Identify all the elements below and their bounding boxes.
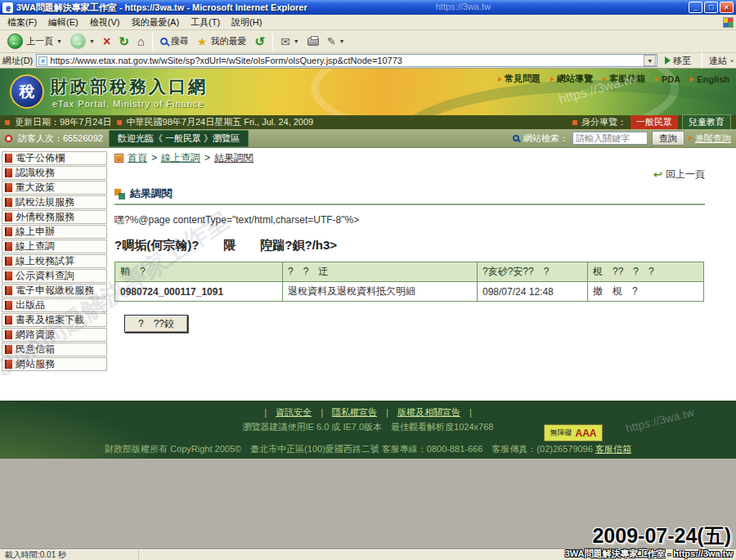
back-dropdown-icon[interactable]: ▼ xyxy=(56,38,62,44)
etax-logo-icon[interactable]: 稅 xyxy=(10,74,44,109)
advanced-search-link[interactable]: 進階查詢 xyxy=(689,132,731,145)
sidebar-item-foreigner-tax[interactable]: 外僑稅務服務 xyxy=(2,210,107,224)
red-book-icon xyxy=(5,168,12,177)
breadcrumb-home[interactable]: 首頁 xyxy=(128,151,147,165)
page-icon: e xyxy=(38,56,47,65)
site-subtitle: eTax Portal, Ministry of Finance xyxy=(52,99,208,109)
edit-dropdown-icon[interactable]: ▼ xyxy=(339,38,345,44)
sidebar-item-online-query[interactable]: 線上查調 xyxy=(2,240,107,253)
home-icon: ⌂ xyxy=(137,35,145,47)
minimize-button[interactable]: _ xyxy=(689,2,702,13)
windows-logo-icon xyxy=(723,17,734,28)
footer-contact-link[interactable]: 客服信箱 xyxy=(595,444,631,454)
ie-logo-icon: e xyxy=(2,2,13,13)
page-body: 電子公佈欄 認識稅務 重大政策 賦稅法規服務 外僑稅務服務 線上申辦 線上查調 … xyxy=(0,148,736,401)
search-icon xyxy=(160,38,168,45)
menu-bar: 檔案(F) 編輯(E) 檢視(V) 我的最愛(A) 工具(T) 說明(H) xyxy=(0,15,736,30)
address-input[interactable] xyxy=(50,55,641,66)
back-button[interactable]: ← 上一頁 ▼ xyxy=(3,32,66,51)
maximize-button[interactable]: □ xyxy=(704,2,718,13)
accessibility-label: 無障礙 xyxy=(550,428,572,438)
window-title: 3WA問題解決專家工作室 - https://3wa.tw - Microsof… xyxy=(16,2,689,14)
links-label[interactable]: 連結 xyxy=(709,55,727,67)
footer-link-copyright-policy[interactable]: 版權及相關宣告 xyxy=(397,407,460,417)
cell-query-id[interactable]: 0980724_000117_1091 xyxy=(115,282,283,302)
sidebar-item-mailbox[interactable]: 民意信箱 xyxy=(2,343,107,356)
sidebar-item-web-resources[interactable]: 網路資源 xyxy=(2,328,107,342)
print-button[interactable] xyxy=(303,36,323,47)
address-separator xyxy=(702,52,702,69)
link-sitemap-label: 網站導覽 xyxy=(557,73,593,85)
link-sitemap[interactable]: 網站導覽 xyxy=(550,73,593,85)
footer-link-security[interactable]: 資訊安全 xyxy=(276,407,312,417)
sidebar-item-tax-law[interactable]: 賦稅法規服務 xyxy=(2,195,107,209)
site-search-input[interactable] xyxy=(572,132,648,145)
sidebar-item-tax-trial[interactable]: 線上稅務試算 xyxy=(2,254,107,268)
red-book-icon xyxy=(5,286,12,295)
menu-help[interactable]: 說明(H) xyxy=(226,15,267,30)
site-search-button[interactable]: 查詢 xyxy=(652,131,684,146)
search-button[interactable]: 搜尋 xyxy=(156,34,193,49)
link-pda[interactable]: PDA xyxy=(655,73,680,85)
link-english[interactable]: English xyxy=(690,73,729,85)
favorites-button[interactable]: ★ 我的最愛 xyxy=(193,34,251,49)
sidebar-item-publications[interactable]: 出版品 xyxy=(2,298,107,312)
banner-quick-links: 常見問題 網站導覽 客服信箱 PDA English xyxy=(498,73,729,85)
accessibility-badge[interactable]: 無障礙 AAA xyxy=(544,424,603,441)
menu-view[interactable]: 檢視(V) xyxy=(84,15,126,30)
edit-button[interactable]: ✎ ▼ xyxy=(323,34,349,48)
history-button[interactable]: ↺ xyxy=(250,34,269,49)
close-button[interactable]: × xyxy=(720,2,734,13)
links-chevron-icon[interactable]: » xyxy=(730,58,734,64)
visitor-count: 訪客人次：65526092 xyxy=(18,132,103,145)
sidebar-item-e-filing[interactable]: 電子申報繳稅服務 xyxy=(2,284,107,298)
mail-button[interactable]: ✉ ▼ xyxy=(276,34,303,49)
identity-general-public[interactable]: 一般民眾 xyxy=(631,115,678,129)
sidebar-item-online-apply[interactable]: 線上申辦 xyxy=(2,225,107,239)
sidebar-item-label: 賦稅法規服務 xyxy=(16,195,74,209)
menu-favorites[interactable]: 我的最愛(A) xyxy=(125,15,185,30)
title-bar[interactable]: e 3WA問題解決專家工作室 - https://3wa.tw - Micros… xyxy=(0,0,736,15)
stop-button[interactable]: × xyxy=(99,34,114,50)
sidebar-item-major-policy[interactable]: 重大政策 xyxy=(2,181,107,195)
arrow-bullet-icon xyxy=(690,77,694,82)
section-header: 結果調閱 xyxy=(114,186,705,205)
result-table: 鞘 ? ? ? 迂 ?亥砂?安?? ? 梘 ?? ? ? 0980724_000… xyxy=(114,262,704,302)
action-button[interactable]: ? ??鉸 xyxy=(124,315,188,333)
link-contact[interactable]: 客服信箱 xyxy=(603,73,645,85)
back-to-previous-label: 回上一頁 xyxy=(666,168,705,181)
link-faq[interactable]: 常見問題 xyxy=(498,73,541,85)
advanced-search-label: 進階查詢 xyxy=(695,132,731,145)
footer-link-privacy[interactable]: 隱私權宣告 xyxy=(332,407,377,417)
arrow-bullet-icon xyxy=(603,77,607,82)
forward-dropdown-icon[interactable]: ▼ xyxy=(89,38,95,44)
red-book-icon xyxy=(5,345,12,354)
site-title: 財政部稅務入口網 xyxy=(51,75,208,98)
status-load-time: 載入時間:0.01 秒 xyxy=(0,550,139,560)
sidebar-item-label: 線上查調 xyxy=(16,240,55,253)
sidebar-item-downloads[interactable]: 書表及檔案下載 xyxy=(2,313,107,327)
refresh-icon: ↻ xyxy=(119,35,129,47)
sidebar-item-e-bulletin[interactable]: 電子公佈欄 xyxy=(2,151,107,165)
forward-button[interactable]: → ▼ xyxy=(66,32,99,51)
address-dropdown-button[interactable]: ▼ xyxy=(644,55,656,66)
target-bullet-icon xyxy=(5,135,12,142)
menu-tools[interactable]: 工具(T) xyxy=(185,15,226,30)
menu-edit[interactable]: 編輯(E) xyxy=(43,15,84,30)
breadcrumb-online-query[interactable]: 線上查調 xyxy=(161,151,200,165)
mail-dropdown-icon[interactable]: ▼ xyxy=(294,38,299,44)
red-book-icon xyxy=(5,242,12,251)
banner-titles: 財政部稅務入口網 eTax Portal, Ministry of Financ… xyxy=(51,75,208,109)
menu-file[interactable]: 檔案(F) xyxy=(2,15,43,30)
sidebar-item-know-tax[interactable]: 認識稅務 xyxy=(2,166,107,180)
home-button[interactable]: ⌂ xyxy=(133,34,149,49)
link-english-label: English xyxy=(697,74,729,84)
back-to-previous[interactable]: ↩ 回上一頁 xyxy=(114,168,705,181)
sidebar-item-label: 網路資源 xyxy=(16,328,55,342)
sidebar-nav: 電子公佈欄 認識稅務 重大政策 賦稅法規服務 外僑稅務服務 線上申辦 線上查調 … xyxy=(2,151,107,372)
go-button[interactable]: 移至 xyxy=(661,54,695,68)
identity-children-education[interactable]: 兒童教育 xyxy=(682,114,731,130)
sidebar-item-site-service[interactable]: 網站服務 xyxy=(2,357,107,371)
sidebar-item-public-data[interactable]: 公示資料查詢 xyxy=(2,269,107,283)
refresh-button[interactable]: ↻ xyxy=(114,34,133,49)
